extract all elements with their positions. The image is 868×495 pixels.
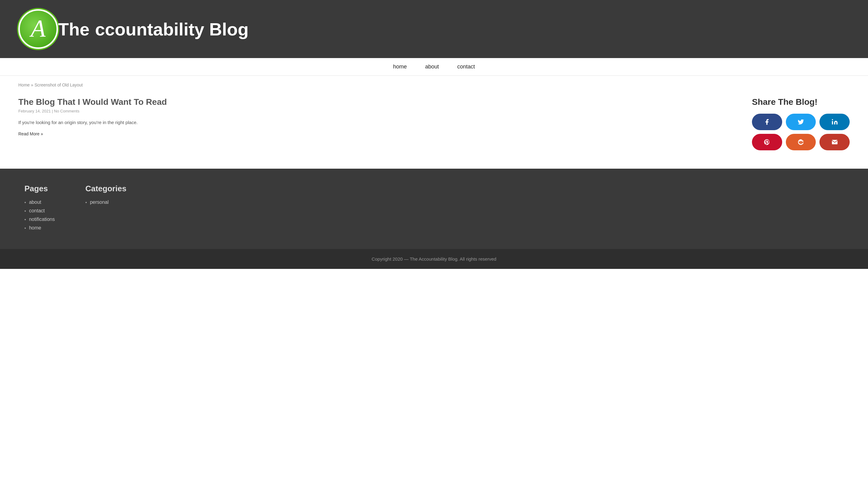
list-item: home: [24, 225, 55, 231]
logo-letter: A: [31, 16, 46, 41]
footer-pages-section: Pages about contact notifications home: [24, 184, 55, 234]
share-title: Share The Blog!: [752, 97, 850, 107]
footer-page-home[interactable]: home: [29, 225, 41, 231]
share-pinterest-button[interactable]: [752, 134, 782, 150]
site-title: The ccountability Blog: [58, 19, 249, 39]
article-meta: February 14, 2021 | No Comments: [18, 109, 727, 113]
site-title-before: The: [58, 19, 89, 39]
pinterest-icon: [764, 139, 770, 146]
share-reddit-button[interactable]: [786, 134, 816, 150]
nav-about[interactable]: about: [425, 64, 439, 70]
logo-circle: A: [18, 9, 58, 49]
share-twitter-button[interactable]: [786, 114, 816, 130]
article-comments: No Comments: [54, 109, 79, 113]
site-title-after: ccountability Blog: [95, 19, 249, 39]
facebook-icon: [764, 119, 770, 125]
logo-container: A The ccountability Blog: [18, 9, 249, 49]
share-email-button[interactable]: [819, 134, 850, 150]
footer-categories-list: personal: [85, 200, 126, 205]
email-icon: [831, 139, 838, 146]
article-date: February 14, 2021: [18, 109, 51, 113]
nav-home[interactable]: home: [393, 64, 407, 70]
copyright-text: Copyright 2020 — The Accountability Blog…: [372, 256, 496, 261]
footer-category-personal[interactable]: personal: [90, 200, 108, 205]
article-title: The Blog That I Would Want To Read: [18, 97, 727, 107]
list-item: personal: [85, 200, 126, 205]
footer-categories-title: Categories: [85, 184, 126, 193]
share-facebook-button[interactable]: [752, 114, 782, 130]
read-more-link[interactable]: Read More »: [18, 131, 43, 136]
share-sidebar: Share The Blog!: [752, 97, 850, 150]
list-item: notifications: [24, 217, 55, 222]
main-content: The Blog That I Would Want To Read Febru…: [0, 94, 868, 169]
footer-top: Pages about contact notifications home C…: [0, 169, 868, 249]
share-buttons: [752, 114, 850, 150]
breadcrumb-home[interactable]: Home: [18, 83, 30, 87]
site-header: A The ccountability Blog: [0, 0, 868, 58]
reddit-icon: [797, 139, 804, 146]
share-linkedin-button[interactable]: [819, 114, 850, 130]
article-meta-separator: |: [52, 109, 54, 113]
footer-page-notifications[interactable]: notifications: [29, 217, 55, 222]
footer-page-about[interactable]: about: [29, 200, 41, 205]
article-area: The Blog That I Would Want To Read Febru…: [18, 97, 727, 150]
footer-categories-section: Categories personal: [85, 184, 126, 234]
nav-contact[interactable]: contact: [457, 64, 475, 70]
list-item: contact: [24, 208, 55, 214]
article-excerpt: If you're looking for an origin story, y…: [18, 119, 727, 126]
breadcrumb-separator: »: [31, 83, 33, 87]
list-item: about: [24, 200, 55, 205]
footer-pages-list: about contact notifications home: [24, 200, 55, 231]
breadcrumb: Home » Screenshot of Old Layout: [0, 76, 868, 94]
main-nav: home about contact: [0, 58, 868, 76]
footer-bottom: Copyright 2020 — The Accountability Blog…: [0, 249, 868, 269]
linkedin-icon: [831, 119, 838, 125]
footer-page-contact[interactable]: contact: [29, 208, 45, 214]
footer-pages-title: Pages: [24, 184, 55, 193]
breadcrumb-current: Screenshot of Old Layout: [35, 83, 83, 87]
svg-point-0: [832, 119, 833, 120]
twitter-icon: [797, 119, 804, 125]
